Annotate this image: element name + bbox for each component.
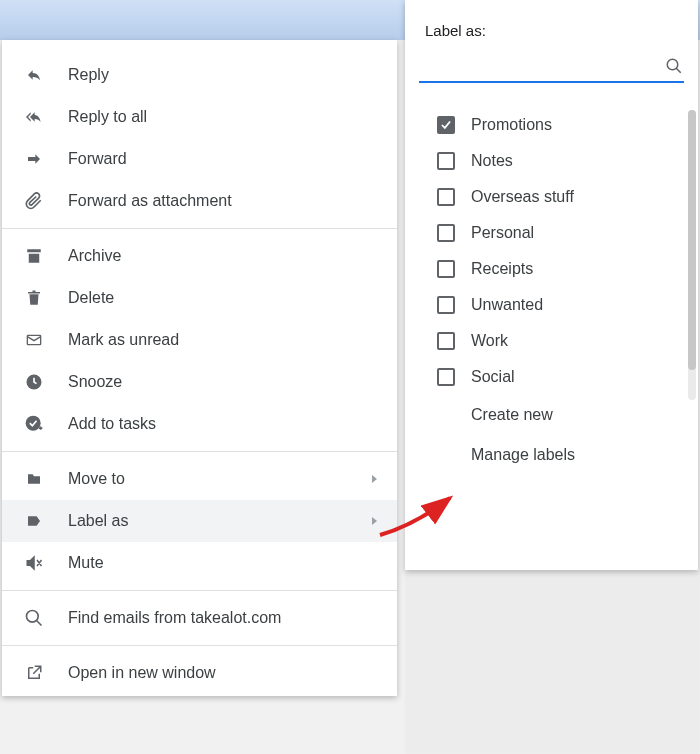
email-context-menu: Reply Reply to all Forward Forward as at… — [2, 40, 397, 696]
label-option-social[interactable]: Social — [437, 359, 688, 395]
menu-item-label: Add to tasks — [68, 415, 156, 433]
forward-icon — [22, 149, 46, 169]
move-to-icon — [22, 469, 46, 489]
label-option-receipts[interactable]: Receipts — [437, 251, 688, 287]
label-search-input[interactable] — [419, 57, 664, 76]
menu-item-mute[interactable]: Mute — [2, 542, 397, 584]
scrollbar-thumb[interactable] — [688, 110, 696, 370]
svg-point-3 — [27, 611, 39, 623]
checkbox-icon[interactable] — [437, 332, 455, 350]
mute-icon — [22, 553, 46, 573]
menu-item-label: Forward — [68, 150, 127, 168]
chevron-right-icon — [372, 517, 377, 525]
checkbox-icon[interactable] — [437, 260, 455, 278]
label-name: Social — [471, 368, 515, 386]
action-label: Create new — [471, 406, 553, 423]
checkbox-icon[interactable] — [437, 152, 455, 170]
menu-item-label: Mark as unread — [68, 331, 179, 349]
menu-item-label: Archive — [68, 247, 121, 265]
checkbox-checked-icon[interactable] — [437, 116, 455, 134]
label-name: Notes — [471, 152, 513, 170]
checkbox-icon[interactable] — [437, 188, 455, 206]
label-option-overseas-stuff[interactable]: Overseas stuff — [437, 179, 688, 215]
label-option-personal[interactable]: Personal — [437, 215, 688, 251]
menu-item-forward[interactable]: Forward — [2, 138, 397, 180]
label-name: Receipts — [471, 260, 533, 278]
search-icon — [22, 608, 46, 628]
menu-item-reply-all[interactable]: Reply to all — [2, 96, 397, 138]
attachment-icon — [22, 191, 46, 211]
menu-item-label: Move to — [68, 470, 125, 488]
menu-item-find-emails[interactable]: Find emails from takealot.com — [2, 597, 397, 639]
menu-item-label: Reply to all — [68, 108, 147, 126]
menu-item-label-as[interactable]: Label as — [2, 500, 397, 542]
delete-icon — [22, 288, 46, 308]
add-tasks-icon — [22, 414, 46, 434]
menu-item-label: Delete — [68, 289, 114, 307]
action-label: Manage labels — [471, 446, 575, 463]
label-option-unwanted[interactable]: Unwanted — [437, 287, 688, 323]
menu-item-label: Find emails from takealot.com — [68, 609, 281, 627]
label-icon — [22, 511, 46, 531]
label-name: Personal — [471, 224, 534, 242]
menu-item-label: Reply — [68, 66, 109, 84]
archive-icon — [22, 246, 46, 266]
menu-item-label: Mute — [68, 554, 104, 572]
create-new-label[interactable]: Create new — [437, 395, 688, 435]
label-name: Work — [471, 332, 508, 350]
label-option-promotions[interactable]: Promotions — [437, 107, 688, 143]
label-option-notes[interactable]: Notes — [437, 143, 688, 179]
menu-divider — [2, 451, 397, 452]
svg-point-4 — [667, 59, 678, 70]
label-list: Promotions Notes Overseas stuff Personal… — [405, 89, 698, 485]
menu-item-mark-unread[interactable]: Mark as unread — [2, 319, 397, 361]
background-blur — [405, 570, 700, 754]
menu-item-label: Forward as attachment — [68, 192, 232, 210]
menu-item-reply[interactable]: Reply — [2, 54, 397, 96]
menu-item-delete[interactable]: Delete — [2, 277, 397, 319]
reply-icon — [22, 65, 46, 85]
label-as-panel: Label as: Promotions Notes Overseas stuf… — [405, 0, 698, 570]
menu-item-forward-attachment[interactable]: Forward as attachment — [2, 180, 397, 222]
menu-divider — [2, 228, 397, 229]
reply-all-icon — [22, 107, 46, 127]
chevron-right-icon — [372, 475, 377, 483]
menu-item-add-tasks[interactable]: Add to tasks — [2, 403, 397, 445]
label-name: Overseas stuff — [471, 188, 574, 206]
panel-title: Label as: — [405, 14, 698, 51]
open-new-icon — [22, 663, 46, 683]
checkbox-icon[interactable] — [437, 224, 455, 242]
snooze-icon — [22, 372, 46, 392]
menu-item-label: Snooze — [68, 373, 122, 391]
checkbox-icon[interactable] — [437, 368, 455, 386]
mark-unread-icon — [22, 330, 46, 350]
menu-divider — [2, 590, 397, 591]
menu-item-archive[interactable]: Archive — [2, 235, 397, 277]
menu-item-label: Label as — [68, 512, 129, 530]
manage-labels[interactable]: Manage labels — [437, 435, 688, 475]
label-option-work[interactable]: Work — [437, 323, 688, 359]
label-search[interactable] — [419, 51, 684, 83]
label-name: Promotions — [471, 116, 552, 134]
checkbox-icon[interactable] — [437, 296, 455, 314]
svg-point-2 — [26, 416, 41, 431]
label-name: Unwanted — [471, 296, 543, 314]
menu-item-label: Open in new window — [68, 664, 216, 682]
menu-item-snooze[interactable]: Snooze — [2, 361, 397, 403]
scrollbar[interactable] — [688, 110, 696, 400]
menu-divider — [2, 645, 397, 646]
search-icon — [664, 56, 684, 76]
menu-item-move-to[interactable]: Move to — [2, 458, 397, 500]
menu-item-open-new-window[interactable]: Open in new window — [2, 652, 397, 694]
